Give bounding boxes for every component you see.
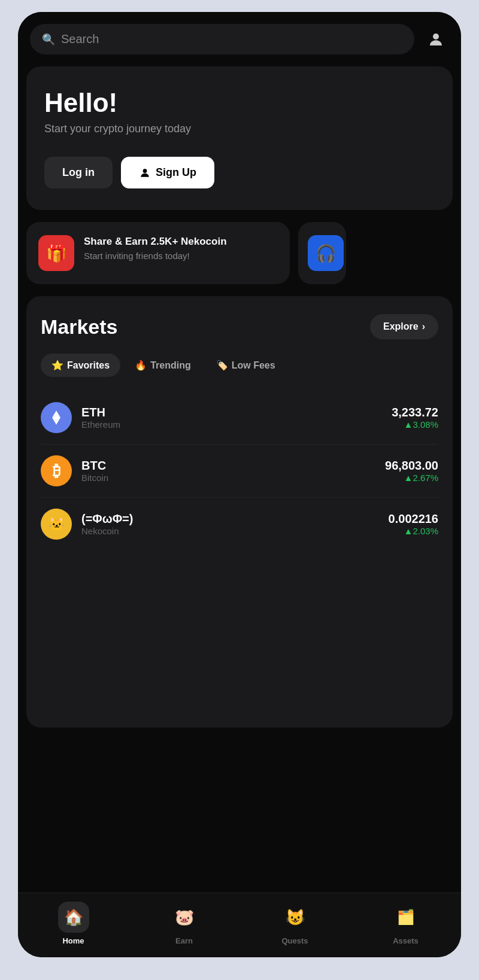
coin-row-btc[interactable]: ₿ BTC Bitcoin 96,803.00 ▲2.67% <box>41 445 438 498</box>
assets-icon: 🗂️ <box>397 909 415 926</box>
tab-favorites[interactable]: ⭐ Favorites <box>41 354 120 377</box>
fire-icon: 🔥 <box>135 360 147 371</box>
profile-icon[interactable] <box>423 26 449 53</box>
hero-title: Hello! <box>44 88 435 118</box>
search-placeholder: Search <box>61 32 99 46</box>
assets-icon-wrap: 🗂️ <box>390 902 422 933</box>
filter-tabs: ⭐ Favorites 🔥 Trending 🏷️ Low Fees <box>41 354 438 377</box>
signup-button[interactable]: Sign Up <box>121 157 214 188</box>
search-icon: 🔍 <box>42 33 55 46</box>
eth-price: 3,233.72 ▲3.08% <box>392 406 438 430</box>
neko-icon: 🐱 <box>41 509 72 540</box>
markets-section: Markets Explore › ⭐ Favorites 🔥 Trending… <box>26 296 453 728</box>
promo-card-text: Share & Earn 2.5K+ Nekocoin Start inviti… <box>84 235 227 261</box>
hero-section: Hello! Start your crypto journey today L… <box>26 66 453 210</box>
bottom-nav: 🏠 Home 🐷 Earn 😺 Quests 🗂️ Assets <box>18 893 461 957</box>
nav-quests-label: Quests <box>281 936 308 945</box>
eth-symbol: ETH <box>81 406 382 419</box>
neko-price-value: 0.002216 <box>389 512 438 526</box>
nav-earn-label: Earn <box>175 936 193 945</box>
promo-card-referral[interactable]: 🎁 Share & Earn 2.5K+ Nekocoin Start invi… <box>26 222 290 284</box>
neko-name: Nekocoin <box>81 526 379 536</box>
neko-change: ▲2.03% <box>389 526 438 536</box>
promo-card-subtitle: Start inviting friends today! <box>84 251 227 261</box>
neko-symbol: (=ΦωΦ=) <box>81 512 379 526</box>
svg-point-1 <box>143 169 147 173</box>
eth-info: ETH Ethereum <box>81 406 382 430</box>
explore-button[interactable]: Explore › <box>370 314 438 339</box>
neko-info: (=ΦωΦ=) Nekocoin <box>81 512 379 536</box>
nav-assets[interactable]: 🗂️ Assets <box>350 902 461 945</box>
star-icon: ⭐ <box>51 360 63 371</box>
quests-icon-wrap: 😺 <box>280 902 311 933</box>
promo-card-title: Share & Earn 2.5K+ Nekocoin <box>84 235 227 248</box>
quests-icon: 😺 <box>286 908 305 927</box>
spacer <box>18 734 461 893</box>
svg-point-0 <box>433 34 439 39</box>
btc-icon: ₿ <box>41 455 72 486</box>
home-icon-wrap: 🏠 <box>58 902 89 933</box>
app-container: 🔍 Search Hello! Start your crypto journe… <box>18 12 461 957</box>
btc-change: ▲2.67% <box>385 473 438 483</box>
btc-info: BTC Bitcoin <box>81 459 375 483</box>
home-icon: 🏠 <box>64 908 83 927</box>
earn-icon: 🐷 <box>175 908 194 927</box>
nav-quests[interactable]: 😺 Quests <box>240 902 350 945</box>
markets-header: Markets Explore › <box>41 314 438 339</box>
nav-earn[interactable]: 🐷 Earn <box>129 902 240 945</box>
nav-home-label: Home <box>62 936 84 945</box>
login-button[interactable]: Log in <box>44 157 113 188</box>
tag-icon: 🏷️ <box>216 360 228 371</box>
promo-section: 🎁 Share & Earn 2.5K+ Nekocoin Start invi… <box>26 222 453 284</box>
btc-price: 96,803.00 ▲2.67% <box>385 459 438 483</box>
nav-home[interactable]: 🏠 Home <box>18 902 129 945</box>
markets-title: Markets <box>41 315 118 339</box>
eth-change: ▲3.08% <box>392 419 438 430</box>
hero-subtitle: Start your crypto journey today <box>44 123 435 135</box>
tab-trending[interactable]: 🔥 Trending <box>124 354 202 377</box>
coin-list: ETH Ethereum 3,233.72 ▲3.08% ₿ BTC Bitco… <box>41 391 438 550</box>
search-bar[interactable]: 🔍 Search <box>30 24 414 54</box>
btc-name: Bitcoin <box>81 473 375 483</box>
btc-symbol: BTC <box>81 459 375 473</box>
hero-buttons: Log in Sign Up <box>44 157 435 188</box>
header: 🔍 Search <box>18 12 461 60</box>
promo-gift-icon: 🎁 <box>38 235 74 271</box>
eth-icon <box>41 402 72 433</box>
tab-low-fees[interactable]: 🏷️ Low Fees <box>205 354 286 377</box>
promo-card-support[interactable]: 🎧 N <box>298 222 346 284</box>
coin-row-neko[interactable]: 🐱 (=ΦωΦ=) Nekocoin 0.002216 ▲2.03% <box>41 498 438 550</box>
neko-price: 0.002216 ▲2.03% <box>389 512 438 536</box>
eth-price-value: 3,233.72 <box>392 406 438 419</box>
eth-name: Ethereum <box>81 419 382 430</box>
promo-support-icon: 🎧 <box>308 235 344 271</box>
btc-price-value: 96,803.00 <box>385 459 438 473</box>
earn-icon-wrap: 🐷 <box>169 902 200 933</box>
nav-assets-label: Assets <box>393 936 419 945</box>
coin-row-eth[interactable]: ETH Ethereum 3,233.72 ▲3.08% <box>41 391 438 445</box>
